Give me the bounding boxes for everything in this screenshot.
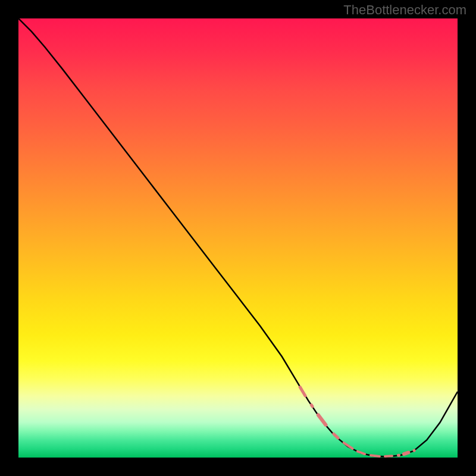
watermark-text: TheBottlenecker.com xyxy=(343,2,466,18)
bottleneck-curve-path xyxy=(18,18,458,457)
chart-curve-svg xyxy=(18,18,458,458)
chart-plot-area xyxy=(18,18,458,458)
